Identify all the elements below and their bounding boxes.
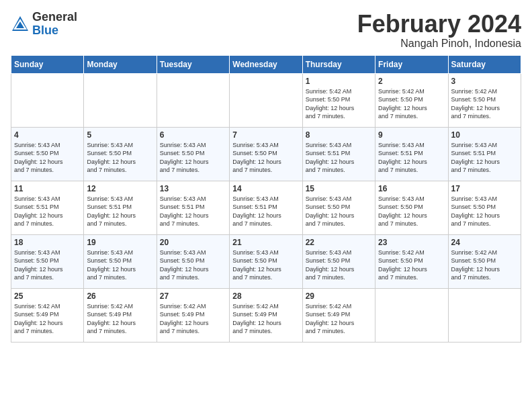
calendar-week-row: 25Sunrise: 5:42 AM Sunset: 5:49 PM Dayli… — [11, 288, 521, 342]
calendar-cell: 7Sunrise: 5:43 AM Sunset: 5:50 PM Daylig… — [230, 127, 302, 181]
calendar-cell: 5Sunrise: 5:43 AM Sunset: 5:50 PM Daylig… — [84, 127, 157, 181]
day-info: Sunrise: 5:43 AM Sunset: 5:51 PM Dayligh… — [87, 195, 153, 228]
day-info: Sunrise: 5:42 AM Sunset: 5:50 PM Dayligh… — [451, 87, 518, 121]
calendar-cell: 3Sunrise: 5:42 AM Sunset: 5:50 PM Daylig… — [448, 73, 521, 127]
logo-icon — [11, 15, 30, 34]
calendar-cell: 23Sunrise: 5:42 AM Sunset: 5:50 PM Dayli… — [375, 234, 448, 288]
day-header-friday: Friday — [375, 55, 448, 73]
day-number: 27 — [160, 291, 226, 301]
day-number: 1 — [306, 77, 372, 86]
day-info: Sunrise: 5:43 AM Sunset: 5:50 PM Dayligh… — [306, 248, 372, 282]
day-info: Sunrise: 5:43 AM Sunset: 5:51 PM Dayligh… — [160, 195, 226, 228]
day-header-monday: Monday — [84, 55, 157, 73]
calendar-cell: 26Sunrise: 5:42 AM Sunset: 5:49 PM Dayli… — [84, 288, 157, 342]
day-info: Sunrise: 5:42 AM Sunset: 5:50 PM Dayligh… — [451, 248, 518, 282]
calendar-cell: 8Sunrise: 5:43 AM Sunset: 5:51 PM Daylig… — [302, 127, 375, 181]
day-info: Sunrise: 5:43 AM Sunset: 5:51 PM Dayligh… — [306, 141, 372, 175]
day-number: 4 — [14, 130, 81, 140]
day-info: Sunrise: 5:43 AM Sunset: 5:50 PM Dayligh… — [14, 141, 81, 175]
day-info: Sunrise: 5:43 AM Sunset: 5:50 PM Dayligh… — [451, 195, 518, 228]
day-number: 25 — [14, 291, 81, 301]
day-info: Sunrise: 5:43 AM Sunset: 5:50 PM Dayligh… — [87, 141, 153, 175]
day-info: Sunrise: 5:42 AM Sunset: 5:49 PM Dayligh… — [232, 302, 299, 336]
calendar-header-row: SundayMondayTuesdayWednesdayThursdayFrid… — [11, 55, 521, 73]
calendar-cell: 18Sunrise: 5:43 AM Sunset: 5:50 PM Dayli… — [11, 234, 84, 288]
day-info: Sunrise: 5:43 AM Sunset: 5:51 PM Dayligh… — [232, 195, 299, 228]
calendar-table: SundayMondayTuesdayWednesdayThursdayFrid… — [11, 55, 521, 342]
calendar-cell: 1Sunrise: 5:42 AM Sunset: 5:50 PM Daylig… — [302, 73, 375, 127]
day-number: 6 — [160, 130, 226, 140]
day-number: 22 — [306, 238, 372, 247]
day-info: Sunrise: 5:43 AM Sunset: 5:50 PM Dayligh… — [306, 195, 372, 228]
day-number: 14 — [232, 184, 299, 193]
day-number: 24 — [451, 238, 518, 247]
calendar-week-row: 4Sunrise: 5:43 AM Sunset: 5:50 PM Daylig… — [11, 127, 521, 181]
day-info: Sunrise: 5:43 AM Sunset: 5:50 PM Dayligh… — [378, 195, 445, 228]
day-info: Sunrise: 5:42 AM Sunset: 5:50 PM Dayligh… — [378, 87, 445, 121]
day-number: 11 — [14, 184, 81, 193]
day-header-thursday: Thursday — [302, 55, 375, 73]
calendar-cell: 25Sunrise: 5:42 AM Sunset: 5:49 PM Dayli… — [11, 288, 84, 342]
day-info: Sunrise: 5:43 AM Sunset: 5:50 PM Dayligh… — [160, 248, 226, 282]
day-info: Sunrise: 5:43 AM Sunset: 5:50 PM Dayligh… — [232, 248, 299, 282]
calendar-cell: 6Sunrise: 5:43 AM Sunset: 5:50 PM Daylig… — [157, 127, 229, 181]
calendar-cell: 16Sunrise: 5:43 AM Sunset: 5:50 PM Dayli… — [375, 181, 448, 234]
day-info: Sunrise: 5:43 AM Sunset: 5:51 PM Dayligh… — [14, 195, 81, 228]
day-info: Sunrise: 5:43 AM Sunset: 5:50 PM Dayligh… — [14, 248, 81, 282]
day-number: 9 — [378, 130, 445, 140]
day-header-tuesday: Tuesday — [157, 55, 229, 73]
day-number: 3 — [451, 77, 518, 86]
day-info: Sunrise: 5:42 AM Sunset: 5:49 PM Dayligh… — [306, 302, 372, 336]
calendar-cell: 27Sunrise: 5:42 AM Sunset: 5:49 PM Dayli… — [157, 288, 229, 342]
calendar-cell: 24Sunrise: 5:42 AM Sunset: 5:50 PM Dayli… — [448, 234, 521, 288]
calendar-cell: 20Sunrise: 5:43 AM Sunset: 5:50 PM Dayli… — [157, 234, 229, 288]
day-number: 16 — [378, 184, 445, 193]
calendar-cell: 21Sunrise: 5:43 AM Sunset: 5:50 PM Dayli… — [230, 234, 302, 288]
day-info: Sunrise: 5:43 AM Sunset: 5:50 PM Dayligh… — [160, 141, 226, 175]
day-number: 29 — [306, 291, 372, 301]
day-number: 23 — [378, 238, 445, 247]
day-number: 2 — [378, 77, 445, 86]
calendar-cell: 15Sunrise: 5:43 AM Sunset: 5:50 PM Dayli… — [302, 181, 375, 234]
logo-text: General Blue — [32, 11, 77, 38]
day-number: 10 — [451, 130, 518, 140]
day-number: 18 — [14, 238, 81, 247]
calendar-cell: 2Sunrise: 5:42 AM Sunset: 5:50 PM Daylig… — [375, 73, 448, 127]
calendar-cell: 29Sunrise: 5:42 AM Sunset: 5:49 PM Dayli… — [302, 288, 375, 342]
day-info: Sunrise: 5:42 AM Sunset: 5:49 PM Dayligh… — [14, 302, 81, 336]
day-info: Sunrise: 5:43 AM Sunset: 5:51 PM Dayligh… — [451, 141, 518, 175]
day-info: Sunrise: 5:43 AM Sunset: 5:50 PM Dayligh… — [87, 248, 153, 282]
calendar-cell: 4Sunrise: 5:43 AM Sunset: 5:50 PM Daylig… — [11, 127, 84, 181]
day-header-wednesday: Wednesday — [230, 55, 302, 73]
calendar-cell: 9Sunrise: 5:43 AM Sunset: 5:51 PM Daylig… — [375, 127, 448, 181]
calendar-cell: 11Sunrise: 5:43 AM Sunset: 5:51 PM Dayli… — [11, 181, 84, 234]
day-number: 12 — [87, 184, 153, 193]
calendar-week-row: 18Sunrise: 5:43 AM Sunset: 5:50 PM Dayli… — [11, 234, 521, 288]
calendar-week-row: 11Sunrise: 5:43 AM Sunset: 5:51 PM Dayli… — [11, 181, 521, 234]
day-number: 13 — [160, 184, 226, 193]
day-info: Sunrise: 5:42 AM Sunset: 5:49 PM Dayligh… — [160, 302, 226, 336]
logo: General Blue — [11, 11, 77, 38]
day-number: 19 — [87, 238, 153, 247]
calendar-cell — [11, 73, 84, 127]
calendar-cell — [230, 73, 302, 127]
calendar-cell: 19Sunrise: 5:43 AM Sunset: 5:50 PM Dayli… — [84, 234, 157, 288]
day-header-sunday: Sunday — [11, 55, 84, 73]
calendar-cell — [375, 288, 448, 342]
day-number: 26 — [87, 291, 153, 301]
day-number: 7 — [232, 130, 299, 140]
calendar-cell: 12Sunrise: 5:43 AM Sunset: 5:51 PM Dayli… — [84, 181, 157, 234]
day-header-saturday: Saturday — [448, 55, 521, 73]
calendar-cell — [84, 73, 157, 127]
day-info: Sunrise: 5:42 AM Sunset: 5:49 PM Dayligh… — [87, 302, 153, 336]
day-number: 5 — [87, 130, 153, 140]
title-area: February 2024 Nangah Pinoh, Indonesia — [357, 11, 521, 50]
day-number: 28 — [232, 291, 299, 301]
day-info: Sunrise: 5:42 AM Sunset: 5:50 PM Dayligh… — [306, 87, 372, 121]
header: General Blue February 2024 Nangah Pinoh,… — [11, 11, 521, 50]
day-number: 8 — [306, 130, 372, 140]
calendar-cell: 13Sunrise: 5:43 AM Sunset: 5:51 PM Dayli… — [157, 181, 229, 234]
day-number: 21 — [232, 238, 299, 247]
calendar-body: 1Sunrise: 5:42 AM Sunset: 5:50 PM Daylig… — [11, 73, 521, 342]
day-info: Sunrise: 5:42 AM Sunset: 5:50 PM Dayligh… — [378, 248, 445, 282]
